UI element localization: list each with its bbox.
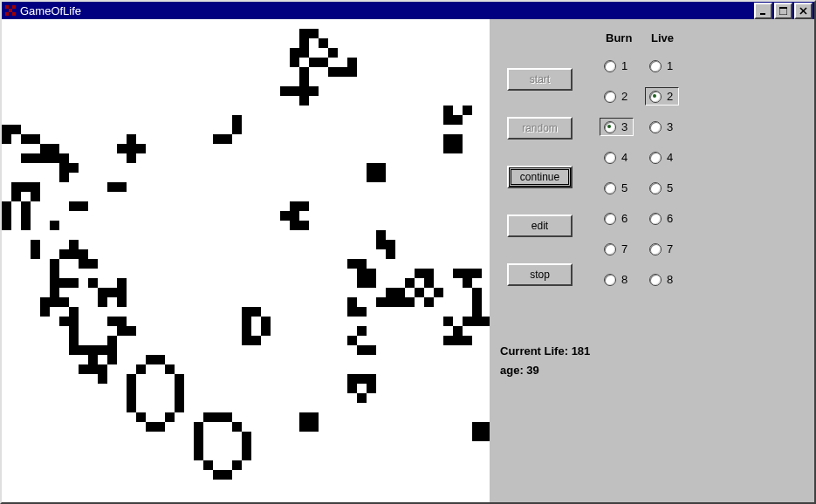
cell [146,422,155,432]
cell [136,412,146,422]
live-radio-3[interactable]: 3 [645,118,679,136]
svg-rect-8 [779,7,787,9]
live-radio-1[interactable]: 1 [645,57,679,75]
start-button[interactable]: start [507,68,573,91]
svg-rect-3 [9,9,12,12]
cell [127,374,136,384]
cell [127,153,136,163]
radio-icon [604,213,616,225]
application-window: GameOfLife start random continue edit st… [0,0,816,504]
radio-label: 5 [667,181,673,194]
cell [299,96,309,106]
cell [88,278,98,288]
cell [443,336,453,345]
edit-button[interactable]: edit [507,215,573,237]
cell [175,403,184,412]
cell [453,134,463,144]
cell [98,297,107,307]
radio-icon [604,152,616,164]
cell [117,317,127,326]
cell [328,67,338,77]
cell [328,48,338,58]
maximize-button[interactable] [774,3,792,19]
radio-label: 2 [621,90,627,103]
cell [21,201,31,211]
cell [155,355,165,364]
radio-label: 8 [667,273,673,286]
cell [319,58,328,67]
cell [290,86,299,96]
cell [472,307,482,317]
burn-radio-6[interactable]: 6 [600,209,634,228]
continue-button[interactable]: continue [507,166,573,188]
cell [98,345,107,355]
cell [443,134,453,144]
cell [463,317,472,326]
title-bar[interactable]: GameOfLife [2,2,814,19]
burn-radio-4[interactable]: 4 [600,148,634,167]
cell [127,144,136,153]
cell [175,374,184,384]
burn-radio-1[interactable]: 1 [600,57,634,75]
cell [242,336,251,345]
cell [251,307,261,317]
cell [463,106,472,115]
live-radio-4[interactable]: 4 [645,148,679,167]
cell [232,422,242,432]
cell [376,230,386,240]
live-radio-8[interactable]: 8 [645,270,679,289]
cell [50,269,59,278]
cell [69,201,79,211]
cell [415,288,424,297]
controls-panel: start random continue edit stop Burn Liv… [490,19,814,502]
svg-rect-1 [5,5,9,9]
stop-button[interactable]: stop [507,263,573,286]
live-radio-6[interactable]: 6 [645,209,679,228]
cell [69,336,79,345]
cell [280,211,290,221]
cell [242,317,251,326]
cell [175,384,184,393]
cell [2,211,11,221]
cell [242,441,251,451]
cell [69,240,79,249]
window-title: GameOfLife [20,4,754,17]
cell [117,297,127,307]
cell [309,86,319,96]
burn-radio-5[interactable]: 5 [600,179,634,197]
radio-label: 2 [667,90,673,103]
random-button[interactable]: random [507,117,573,140]
cell [482,317,490,326]
minimize-button[interactable] [754,3,772,19]
burn-radio-8[interactable]: 8 [600,270,634,289]
live-radio-5[interactable]: 5 [645,179,679,197]
live-radio-7[interactable]: 7 [645,240,679,258]
radio-icon [649,274,662,286]
cell [59,317,69,326]
life-canvas[interactable] [2,19,490,502]
cell [415,269,424,278]
live-radio-2[interactable]: 2 [645,87,679,106]
close-button[interactable] [794,3,813,19]
burn-radio-2[interactable]: 2 [600,87,634,106]
cell [299,29,309,38]
cell [50,278,59,288]
burn-radio-7[interactable]: 7 [600,240,634,258]
cell [59,278,69,288]
cell [376,173,386,182]
cell [357,374,367,384]
cell [299,201,309,211]
cell [242,307,251,317]
cell [367,345,376,355]
cell [165,412,175,422]
cell [261,326,271,336]
cell [405,297,415,307]
burn-radio-3[interactable]: 3 [600,118,634,136]
radio-icon [649,152,662,164]
cell [319,38,328,48]
cell [242,326,251,336]
cell [482,422,490,432]
radio-icon [604,182,616,194]
life-value: 181 [572,344,591,358]
cell [107,345,117,355]
